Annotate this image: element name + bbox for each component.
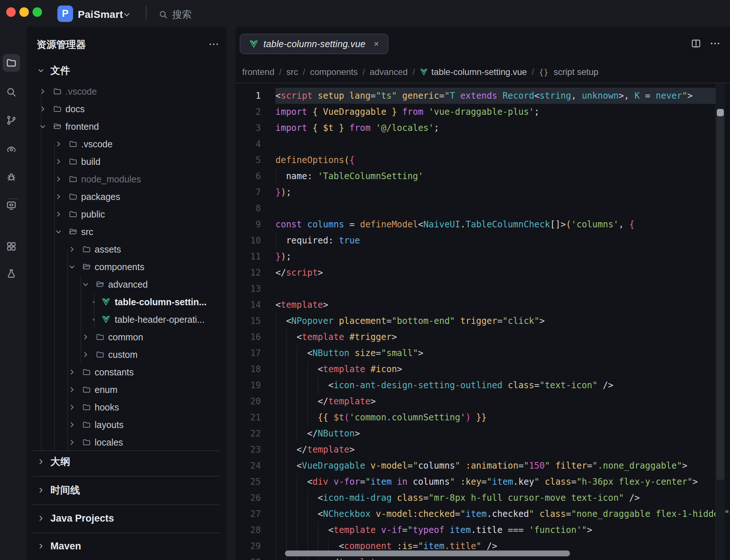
chev-r-icon[interactable] — [54, 175, 63, 183]
breadcrumb-item-src[interactable]: src — [286, 67, 298, 77]
chev-r-icon[interactable] — [68, 404, 76, 411]
tree-item-layouts[interactable]: layouts — [26, 416, 227, 434]
chevron-down-icon[interactable] — [123, 11, 131, 19]
activity-item-debug[interactable] — [3, 169, 20, 186]
tree-item-frontend[interactable]: frontend — [26, 118, 227, 135]
code-line-10[interactable]: 10required: true — [235, 232, 730, 249]
activity-item-source-control[interactable] — [3, 111, 20, 129]
code-line-22[interactable]: 22</NButton> — [235, 425, 730, 442]
editor-more-button[interactable] — [710, 38, 721, 49]
chev-r-icon[interactable] — [54, 211, 63, 218]
code-area[interactable]: 1<script setup lang="ts" generic="T exte… — [235, 83, 730, 560]
horizontal-scrollbar-thumb[interactable] — [285, 550, 570, 556]
tree-item-enum[interactable]: enum — [26, 381, 227, 398]
chev-r-icon[interactable] — [54, 158, 63, 165]
code-line-13[interactable]: 13 — [235, 281, 730, 297]
tree-item-table-column-settin[interactable]: table-column-settin... — [26, 293, 227, 311]
chev-r-icon[interactable] — [68, 421, 76, 428]
tab-table-column-setting[interactable]: table-column-setting.vue — [240, 34, 388, 54]
code-line-19[interactable]: 19<icon-ant-design-setting-outlined clas… — [235, 377, 730, 393]
code-line-12[interactable]: 12</script> — [235, 265, 730, 281]
chev-d-icon[interactable] — [38, 123, 47, 130]
app-name[interactable]: PaiSmart — [78, 9, 123, 20]
code-line-3[interactable]: 3import { $t } from '@/locales'; — [235, 120, 730, 136]
tree-item-hooks[interactable]: hooks — [26, 398, 227, 416]
activity-item-search[interactable] — [3, 83, 20, 101]
code-line-15[interactable]: 15<NPopover placement="bottom-end" trigg… — [235, 313, 730, 329]
code-line-2[interactable]: 2import { VueDraggable } from 'vue-dragg… — [235, 104, 730, 120]
code-line-14[interactable]: 14<template> — [235, 297, 730, 313]
code-line-6[interactable]: 6name: 'TableColumnSetting' — [235, 168, 730, 184]
section-maven[interactable]: Maven — [26, 537, 227, 556]
chev-r-icon[interactable] — [68, 439, 76, 446]
activity-item-watch[interactable] — [3, 140, 20, 157]
chev-r-icon[interactable] — [68, 386, 76, 393]
activity-item-terminal[interactable] — [3, 197, 20, 214]
code-line-7[interactable]: 7}); — [235, 184, 730, 200]
chev-d-icon[interactable] — [68, 263, 76, 270]
vertical-scrollbar-thumb[interactable] — [716, 110, 724, 480]
code-line-16[interactable]: 16<template #trigger> — [235, 329, 730, 345]
tree-item-vscode[interactable]: .vscode — [26, 83, 227, 100]
close-window-button[interactable] — [6, 7, 16, 17]
tree-item-packages[interactable]: packages — [26, 188, 227, 205]
section-java-projects[interactable]: Java Projects — [26, 509, 227, 528]
code-line-17[interactable]: 17<NButton size="small"> — [235, 345, 730, 361]
vertical-scrollbar[interactable] — [715, 83, 725, 560]
breadcrumb-item-advanced[interactable]: advanced — [370, 67, 408, 77]
close-tab-button[interactable] — [373, 41, 380, 47]
tree-item-docs[interactable]: docs — [26, 100, 227, 118]
activity-item-testing[interactable] — [3, 265, 20, 283]
tree-item-public[interactable]: public — [26, 205, 227, 223]
chev-r-icon[interactable] — [38, 88, 47, 95]
chev-r-icon[interactable] — [81, 333, 90, 341]
tree-item-advanced[interactable]: advanced — [26, 276, 227, 293]
code-line-9[interactable]: 9const columns = defineModel<NaiveUI.Tab… — [235, 216, 730, 232]
section-files[interactable]: 文件 — [26, 62, 227, 79]
more-actions-button[interactable] — [208, 39, 219, 50]
code-line-21[interactable]: 21{{ $t('common.columnSetting') }} — [235, 409, 730, 425]
chev-d-icon[interactable] — [81, 281, 90, 288]
chev-r-icon[interactable] — [54, 140, 63, 148]
breadcrumb-item-file[interactable]: table-column-setting.vue — [431, 67, 527, 77]
tree-item-node-modules[interactable]: node_modules — [26, 170, 227, 188]
tree-item-table-header-operati[interactable]: table-header-operati... — [26, 311, 227, 328]
code-line-4[interactable]: 4 — [235, 136, 730, 152]
chev-r-icon[interactable] — [81, 351, 90, 358]
maximize-window-button[interactable] — [33, 7, 42, 17]
code-line-27[interactable]: 27<NCheckbox v-model:checked="item.check… — [235, 506, 730, 522]
code-line-1[interactable]: 1<script setup lang="ts" generic="T exte… — [235, 88, 730, 104]
tree-item-constants[interactable]: constants — [26, 363, 227, 381]
section-timeline[interactable]: 时间线 — [26, 481, 227, 500]
code-line-20[interactable]: 20</template> — [235, 393, 730, 409]
tree-item-src[interactable]: src — [26, 223, 227, 241]
tree-item-vscode[interactable]: .vscode — [26, 135, 227, 153]
chev-d-icon[interactable] — [54, 228, 63, 235]
code-line-28[interactable]: 28<template v-if="typeof item.title === … — [235, 522, 730, 538]
code-line-8[interactable]: 8 — [235, 200, 730, 216]
section-outline[interactable]: 大纲 — [26, 452, 227, 471]
search-box[interactable]: 搜索 — [159, 8, 192, 21]
code-line-18[interactable]: 18<template #icon> — [235, 361, 730, 377]
code-line-11[interactable]: 11}); — [235, 249, 730, 265]
code-line-24[interactable]: 24<VueDraggable v-model="columns" :anima… — [235, 458, 730, 474]
tree-item-components[interactable]: components — [26, 258, 227, 276]
split-editor-button[interactable] — [691, 38, 702, 49]
activity-item-extensions[interactable] — [3, 238, 20, 255]
code-line-23[interactable]: 23</template> — [235, 442, 730, 458]
code-line-25[interactable]: 25<div v-for="item in columns" :key="ite… — [235, 474, 730, 490]
chev-r-icon[interactable] — [38, 105, 47, 113]
minimize-window-button[interactable] — [19, 7, 29, 17]
tree-item-build[interactable]: build — [26, 153, 227, 170]
breadcrumb-item-symbol[interactable]: script setup — [554, 67, 598, 77]
tree-item-common[interactable]: common — [26, 328, 227, 346]
breadcrumb-item-components[interactable]: components — [310, 67, 358, 77]
tree-item-locales[interactable]: locales — [26, 434, 227, 451]
tree-item-custom[interactable]: custom — [26, 346, 227, 363]
tree-item-assets[interactable]: assets — [26, 241, 227, 258]
breadcrumb-item-frontend[interactable]: frontend — [242, 67, 274, 77]
chev-r-icon[interactable] — [54, 193, 63, 200]
chev-r-icon[interactable] — [68, 368, 76, 376]
activity-item-explorer[interactable] — [3, 54, 20, 72]
code-line-26[interactable]: 26<icon-mdi-drag class="mr-8px h-full cu… — [235, 490, 730, 506]
